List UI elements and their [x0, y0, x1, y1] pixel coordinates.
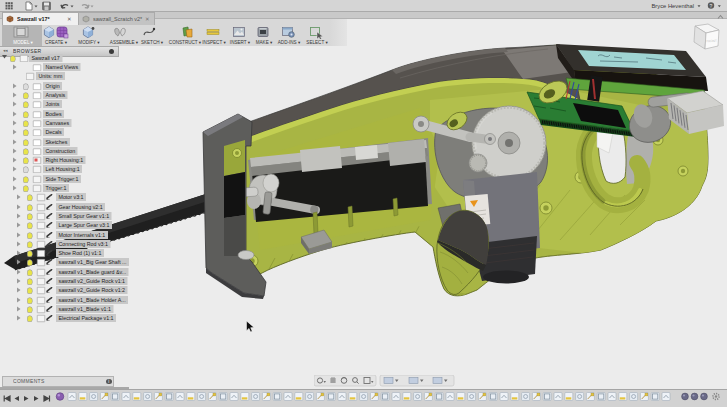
svg-text:?: ? [710, 3, 713, 9]
svg-text:Bryce Heventhal: Bryce Heventhal [651, 3, 694, 9]
svg-text:FRONT: FRONT [706, 39, 717, 44]
